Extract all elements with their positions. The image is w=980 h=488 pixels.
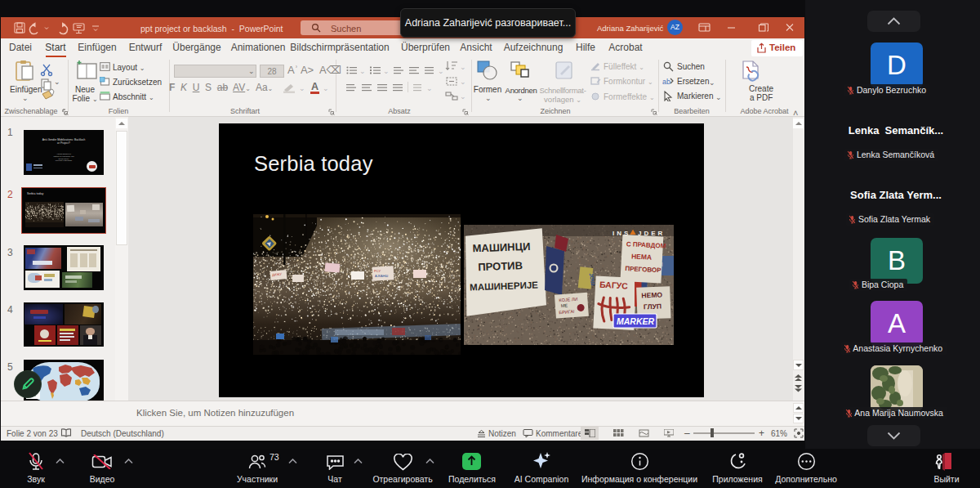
- svg-text:НЕМО: НЕМО: [641, 291, 662, 300]
- svg-text:ab: ab: [662, 78, 670, 86]
- svg-text:ГЛУП: ГЛУП: [644, 302, 662, 311]
- svg-text:МЕ: МЕ: [561, 303, 568, 309]
- svg-text:МАШИНЦИ: МАШИНЦИ: [472, 240, 530, 254]
- svg-text:ПРОТИВ: ПРОТИВ: [478, 259, 523, 273]
- svg-text:АЈКАНШ: АЈКАНШ: [375, 274, 389, 278]
- svg-text:JDER: JDER: [638, 230, 665, 237]
- svg-text:РСУ: РСУ: [374, 269, 381, 273]
- svg-text:MARKER: MARKER: [617, 316, 654, 326]
- svg-text:INS: INS: [612, 230, 630, 237]
- svg-text:НЕМА: НЕМА: [631, 252, 653, 261]
